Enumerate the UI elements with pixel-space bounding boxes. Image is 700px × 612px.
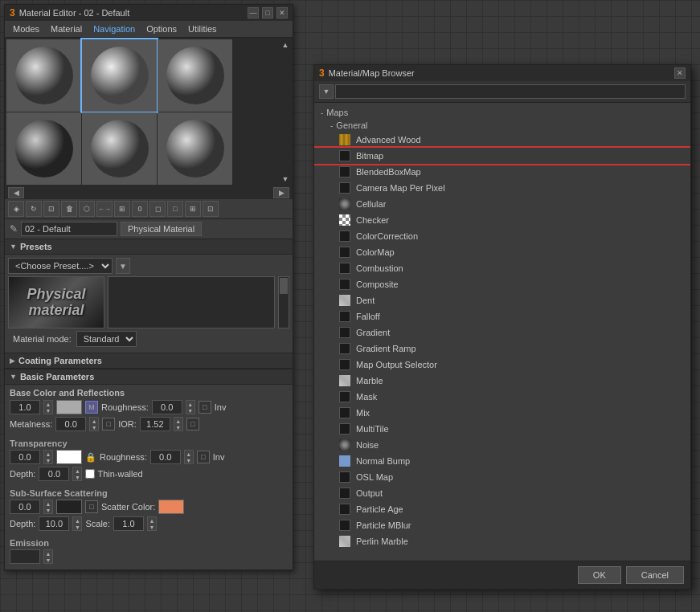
- item-checker[interactable]: Checker: [314, 212, 690, 228]
- item-blendedboxmap[interactable]: BlendedBoxMap: [314, 164, 690, 180]
- ok-button[interactable]: OK: [578, 566, 621, 584]
- scale-spinner[interactable]: ▲▼: [147, 516, 157, 531]
- preview-cell-6[interactable]: [158, 112, 232, 185]
- search-input[interactable]: [335, 84, 686, 99]
- scatter-color-swatch[interactable]: [158, 500, 184, 514]
- menu-navigation[interactable]: Navigation: [88, 22, 140, 35]
- map-browser-tree[interactable]: - Maps - General Advanced Wood Bitmap Bl…: [314, 103, 690, 561]
- trans-roughness-spinner[interactable]: ▲▼: [184, 450, 194, 464]
- material-type-button[interactable]: Physical Material: [121, 222, 202, 236]
- item-dent[interactable]: Dent: [314, 292, 690, 308]
- transparency-spinner[interactable]: ▲▼: [43, 450, 53, 464]
- maximize-button[interactable]: □: [262, 7, 273, 18]
- preset-dropdown[interactable]: <Choose Preset....>: [8, 258, 113, 274]
- metalness-map-btn[interactable]: □: [102, 418, 115, 430]
- transparency-value[interactable]: [10, 450, 40, 464]
- base-color-map-btn[interactable]: M: [85, 401, 98, 414]
- sss-depth-spinner[interactable]: ▲▼: [72, 516, 82, 531]
- preview-cell-4[interactable]: [6, 112, 81, 185]
- trans-roughness-value[interactable]: [150, 450, 181, 464]
- material-name-input[interactable]: [21, 222, 117, 236]
- depth-value[interactable]: [39, 467, 69, 481]
- item-falloff[interactable]: Falloff: [314, 308, 690, 324]
- item-particle-mblur[interactable]: Particle MBlur: [314, 517, 690, 533]
- item-gradient-ramp[interactable]: Gradient Ramp: [314, 341, 690, 357]
- base-color-swatch[interactable]: [56, 400, 82, 414]
- cancel-button[interactable]: Cancel: [626, 566, 684, 584]
- metalness-value[interactable]: [55, 417, 86, 431]
- preview-scrollbar[interactable]: ▲ ▼: [280, 39, 291, 185]
- toolbar-btn-7[interactable]: ⊞: [114, 201, 130, 217]
- item-noise[interactable]: Noise: [314, 437, 690, 453]
- ior-spinner[interactable]: ▲▼: [174, 417, 183, 431]
- item-output[interactable]: Output: [314, 485, 690, 501]
- depth-spinner[interactable]: ▲▼: [72, 467, 82, 481]
- item-particle-age[interactable]: Particle Age: [314, 501, 690, 517]
- scroll-left-button[interactable]: ◀: [8, 187, 24, 198]
- mode-dropdown[interactable]: Standard: [76, 331, 137, 347]
- toolbar-btn-num[interactable]: 0: [132, 201, 148, 217]
- coating-params-header[interactable]: ▶ Coating Parameters: [5, 353, 293, 369]
- ior-value[interactable]: [140, 417, 170, 431]
- item-mask[interactable]: Mask: [314, 389, 690, 405]
- roughness-value[interactable]: [152, 400, 182, 414]
- sss-spinner[interactable]: ▲▼: [43, 500, 53, 514]
- preset-scrollbar[interactable]: [278, 276, 289, 328]
- sss-color-swatch[interactable]: [56, 500, 82, 514]
- preview-cell-3[interactable]: [158, 39, 232, 112]
- preset-image[interactable]: Physicalmaterial: [8, 276, 104, 328]
- menu-material[interactable]: Material: [46, 22, 87, 35]
- emission-value[interactable]: [10, 549, 40, 564]
- item-marble[interactable]: Marble: [314, 373, 690, 389]
- transparency-swatch[interactable]: [56, 450, 82, 464]
- filter-dropdown-button[interactable]: ▼: [319, 84, 334, 99]
- item-mix[interactable]: Mix: [314, 405, 690, 421]
- preview-cell-2[interactable]: [82, 39, 157, 112]
- toolbar-btn-5[interactable]: ⬡: [79, 201, 95, 217]
- scroll-right-button[interactable]: ▶: [273, 187, 289, 198]
- preview-cell-1[interactable]: [6, 39, 81, 112]
- sss-depth-value[interactable]: [39, 516, 69, 531]
- toolbar-btn-2[interactable]: ↻: [26, 201, 42, 217]
- sss-value[interactable]: [10, 500, 40, 514]
- toolbar-btn-1[interactable]: ◈: [8, 201, 24, 217]
- toolbar-btn-9[interactable]: ◻: [149, 201, 166, 217]
- item-map-output[interactable]: Map Output Selector: [314, 357, 690, 373]
- item-normal-bump[interactable]: Normal Bump: [314, 453, 690, 469]
- menu-modes[interactable]: Modes: [8, 22, 44, 35]
- basic-params-header[interactable]: ▼ Basic Parameters: [5, 369, 293, 385]
- trans-roughness-map-btn[interactable]: □: [197, 451, 210, 463]
- roughness-map-btn[interactable]: □: [199, 401, 211, 414]
- item-bitmap[interactable]: Bitmap: [314, 148, 690, 164]
- thin-walled-checkbox[interactable]: [85, 469, 95, 479]
- item-gradient[interactable]: Gradient: [314, 324, 690, 341]
- item-colormap[interactable]: ColorMap: [314, 244, 690, 260]
- base-color-spinner[interactable]: ▲▼: [43, 400, 53, 414]
- menu-utilities[interactable]: Utilities: [183, 22, 221, 35]
- minimize-button[interactable]: —: [248, 7, 259, 18]
- item-cellular[interactable]: Cellular: [314, 196, 690, 212]
- toolbar-btn-11[interactable]: ⊞: [185, 201, 201, 217]
- item-perlin-marble[interactable]: Perlin Marble: [314, 533, 690, 549]
- item-osl-map[interactable]: OSL Map: [314, 469, 690, 485]
- item-composite[interactable]: Composite: [314, 276, 690, 292]
- presets-section-header[interactable]: ▼ Presets: [5, 239, 293, 255]
- toolbar-btn-6[interactable]: ←→: [96, 201, 113, 217]
- item-advanced-wood[interactable]: Advanced Wood: [314, 132, 690, 148]
- roughness-spinner[interactable]: ▲▼: [186, 400, 195, 414]
- metalness-spinner[interactable]: ▲▼: [89, 417, 99, 431]
- map-browser-close-button[interactable]: ✕: [674, 67, 686, 79]
- preset-arrow-button[interactable]: ▼: [116, 258, 130, 274]
- close-button[interactable]: ✕: [276, 7, 288, 18]
- item-camera-map[interactable]: Camera Map Per Pixel: [314, 180, 690, 196]
- toolbar-btn-delete[interactable]: 🗑: [61, 201, 77, 217]
- ior-map-btn[interactable]: □: [186, 418, 199, 430]
- item-combustion[interactable]: Combustion: [314, 260, 690, 276]
- menu-options[interactable]: Options: [141, 22, 182, 35]
- toolbar-btn-12[interactable]: ⊡: [203, 201, 219, 217]
- emission-spinner[interactable]: ▲▼: [43, 549, 53, 564]
- base-color-value[interactable]: [10, 400, 40, 414]
- item-colorcorrection[interactable]: ColorCorrection: [314, 228, 690, 244]
- toolbar-btn-10[interactable]: □: [167, 201, 183, 217]
- preview-cell-5[interactable]: [82, 112, 157, 185]
